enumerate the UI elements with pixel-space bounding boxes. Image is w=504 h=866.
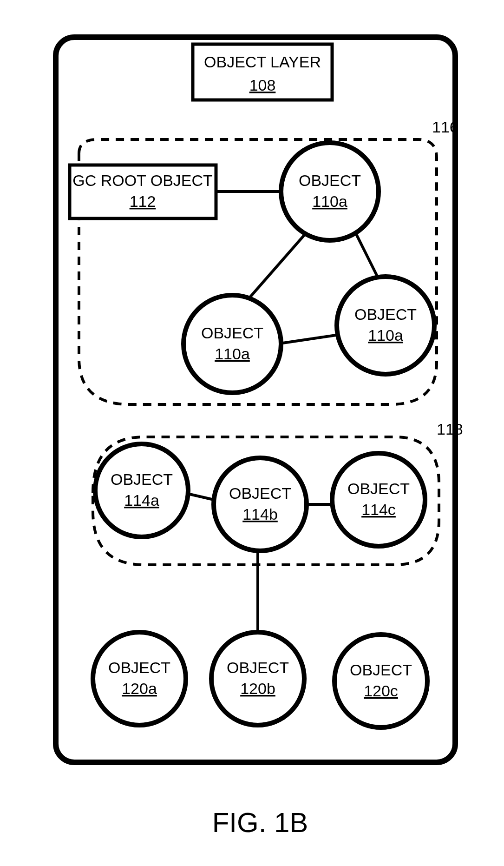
object-110a-top-title: OBJECT [299,172,361,189]
group-116-label: 116 [432,118,458,136]
object-114c-title: OBJECT [347,480,410,497]
object-114c [332,453,425,546]
object-110a-bl-ref: 110a [215,345,250,363]
object-110a-bl-title: OBJECT [201,324,263,342]
gc-root-ref: 112 [130,192,156,210]
object-120b [211,632,304,725]
edge-110a1-110a2 [242,232,307,307]
object-114b [214,458,307,551]
object-114a-ref: 114a [124,491,159,509]
object-114a [95,444,188,537]
object-layer-ref: 108 [249,76,276,94]
object-114c-ref: 114c [361,501,396,518]
figure-label: FIG. 1B [212,807,308,838]
object-120a-title: OBJECT [108,659,170,676]
object-114b-title: OBJECT [229,484,291,502]
object-110a-bl [183,295,281,393]
object-120c [334,635,427,727]
object-120b-title: OBJECT [227,659,289,676]
object-114b-ref: 114b [242,505,278,523]
object-110a-top-ref: 110a [312,192,347,210]
gc-root-title: GC ROOT OBJECT [72,172,213,189]
object-layer-title: OBJECT LAYER [204,53,321,71]
object-120c-title: OBJECT [350,661,412,679]
object-120b-ref: 120b [240,680,275,697]
object-114a-title: OBJECT [111,470,173,488]
edge-110a2-110a3 [276,335,339,344]
object-120c-ref: 120c [364,682,398,700]
object-110a-br-ref: 110a [368,326,403,344]
object-110a-br [337,277,434,374]
group-118-label: 118 [437,420,463,438]
object-110a-br-title: OBJECT [354,305,417,323]
object-120a-ref: 120a [122,680,157,697]
object-120a [93,632,186,725]
object-110a-top [281,143,379,240]
